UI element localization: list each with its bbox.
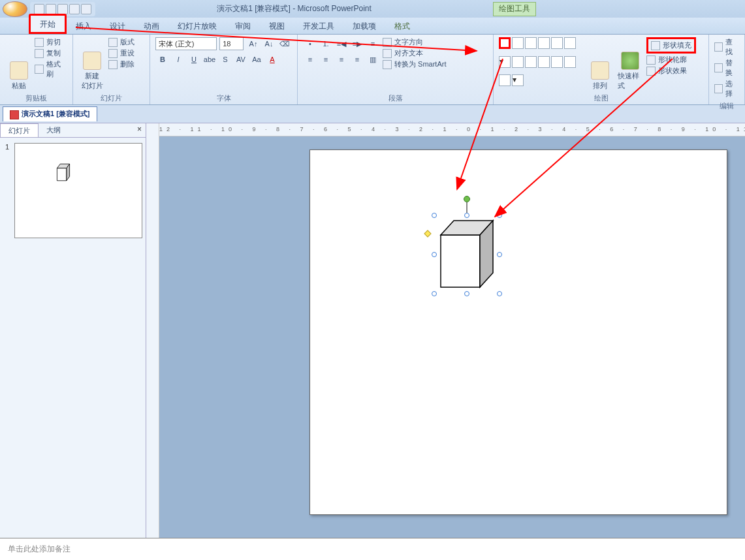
copy-button[interactable]: 复制 xyxy=(35,48,67,58)
grow-font-button[interactable]: A↑ xyxy=(246,37,261,50)
bullets-button[interactable]: • xyxy=(303,37,317,50)
columns-button[interactable]: ▥ xyxy=(366,53,380,66)
cube-svg xyxy=(434,215,499,294)
cube-shape-selected[interactable] xyxy=(434,215,499,294)
shape-effects-button[interactable]: 形状效果 xyxy=(646,66,696,76)
slide-canvas[interactable] xyxy=(309,149,727,515)
handle-s[interactable] xyxy=(464,291,469,296)
text-direction-button[interactable]: 文字方向 xyxy=(383,37,446,47)
change-case-button[interactable]: Aa xyxy=(249,53,264,66)
tab-home[interactable]: 开始 xyxy=(29,14,67,34)
qat-more-icon[interactable] xyxy=(81,4,91,14)
handle-ne[interactable] xyxy=(497,213,502,218)
underline-button[interactable]: U xyxy=(187,53,201,66)
handle-nw[interactable] xyxy=(432,213,437,218)
select-button[interactable]: 选择 xyxy=(714,79,739,99)
slide-thumbnail-1[interactable] xyxy=(14,143,142,238)
shape-6[interactable] xyxy=(564,37,576,49)
reset-button[interactable]: 重设 xyxy=(108,48,135,58)
find-button[interactable]: 查找 xyxy=(714,37,739,57)
tab-review[interactable]: 审阅 xyxy=(226,18,260,34)
handle-se[interactable] xyxy=(497,291,502,296)
adjust-handle[interactable] xyxy=(424,230,431,237)
align-center-button[interactable]: ≡ xyxy=(319,53,333,66)
tab-slideshow[interactable]: 幻灯片放映 xyxy=(168,18,226,34)
bold-button[interactable]: B xyxy=(155,53,170,66)
arrange-button[interactable]: 排列 xyxy=(586,37,614,92)
numbering-button[interactable]: 1. xyxy=(319,37,333,50)
font-name-select[interactable]: 宋体 (正文) xyxy=(155,37,217,50)
pane-tab-slides[interactable]: 幻灯片 xyxy=(0,123,39,137)
handle-w[interactable] xyxy=(432,252,437,257)
new-slide-button[interactable]: 新建 幻灯片 xyxy=(78,37,106,92)
shape-2[interactable] xyxy=(512,37,524,49)
strikethrough-button[interactable]: abe xyxy=(202,53,217,66)
char-spacing-button[interactable]: AV xyxy=(234,53,248,66)
font-size-select[interactable]: 18 xyxy=(219,37,244,50)
quick-styles-button[interactable]: 快速样式 xyxy=(616,37,644,92)
shape-11[interactable] xyxy=(564,56,576,68)
cut-button[interactable]: 剪切 xyxy=(35,37,67,47)
shape-12[interactable] xyxy=(499,74,511,86)
shape-7[interactable] xyxy=(512,56,524,68)
pane-tab-outline[interactable]: 大纲 xyxy=(39,123,69,137)
tab-animations[interactable]: 动画 xyxy=(135,18,168,34)
undo-icon[interactable] xyxy=(46,4,56,14)
shrink-font-button[interactable]: A↓ xyxy=(262,37,276,50)
brush-icon xyxy=(35,65,44,74)
clear-format-button[interactable]: ⌫ xyxy=(277,37,292,50)
tab-view[interactable]: 视图 xyxy=(260,18,294,34)
shape-more2[interactable]: ▾ xyxy=(512,74,524,86)
slide-stage[interactable] xyxy=(159,136,745,538)
decrease-indent-button[interactable]: ≡◀ xyxy=(334,37,349,50)
align-right-button[interactable]: ≡ xyxy=(334,53,349,66)
pane-close-button[interactable]: × xyxy=(133,123,146,137)
increase-indent-button[interactable]: ≡▶ xyxy=(350,37,364,50)
tab-addins[interactable]: 加载项 xyxy=(343,18,385,34)
shape-10[interactable] xyxy=(551,56,563,68)
delete-slide-button[interactable]: 删除 xyxy=(108,59,135,69)
shape-outline-button[interactable]: 形状轮廓 xyxy=(646,55,696,65)
handle-sw[interactable] xyxy=(432,291,437,296)
tab-insert[interactable]: 插入 xyxy=(67,18,101,34)
format-painter-button[interactable]: 格式刷 xyxy=(35,59,67,79)
justify-button[interactable]: ≡ xyxy=(350,53,364,66)
convert-smartart-button[interactable]: 转换为 SmartArt xyxy=(383,59,446,69)
powerpoint-icon xyxy=(10,110,19,119)
align-left-button[interactable]: ≡ xyxy=(303,53,317,66)
office-button[interactable] xyxy=(3,1,27,17)
paste-button[interactable]: 粘贴 xyxy=(5,37,32,92)
outline-icon xyxy=(646,55,656,65)
shape-8[interactable] xyxy=(525,56,537,68)
handle-n[interactable] xyxy=(464,213,469,218)
shape-5[interactable] xyxy=(551,37,563,49)
tab-developer[interactable]: 开发工具 xyxy=(294,18,343,34)
notes-pane[interactable]: 单击此处添加备注 xyxy=(0,538,745,560)
redo-icon[interactable] xyxy=(57,4,68,14)
align-text-button[interactable]: 对齐文本 xyxy=(383,48,446,58)
font-color-button[interactable]: A xyxy=(265,53,279,66)
layout-icon xyxy=(108,38,118,47)
shape-gallery[interactable]: ▾ ▾ xyxy=(499,37,584,92)
document-tab[interactable]: 演示文稿1 [兼容模式] xyxy=(3,106,97,121)
shape-more[interactable]: ▾ xyxy=(499,56,511,68)
shape-9[interactable] xyxy=(538,56,550,68)
tab-design[interactable]: 设计 xyxy=(101,18,135,34)
shadow-button[interactable]: S xyxy=(218,53,232,66)
handle-e[interactable] xyxy=(497,252,502,257)
shape-4[interactable] xyxy=(538,37,550,49)
print-icon[interactable] xyxy=(69,4,80,14)
shape-fill-button[interactable]: 形状填充 xyxy=(646,37,696,54)
italic-button[interactable]: I xyxy=(171,53,185,66)
text-direction-icon xyxy=(383,38,392,47)
contextual-tab-drawing-tools: 绘图工具 xyxy=(493,2,536,16)
save-icon[interactable] xyxy=(34,4,44,14)
layout-button[interactable]: 版式 xyxy=(108,37,135,47)
select-icon xyxy=(714,84,723,93)
replace-button[interactable]: 替换 xyxy=(714,58,739,78)
shape-3[interactable] xyxy=(525,37,537,49)
tab-format[interactable]: 格式 xyxy=(385,18,419,34)
line-spacing-button[interactable]: ≡ xyxy=(366,37,380,50)
rotation-handle[interactable] xyxy=(464,196,470,202)
cube-shape-icon[interactable] xyxy=(499,37,511,49)
